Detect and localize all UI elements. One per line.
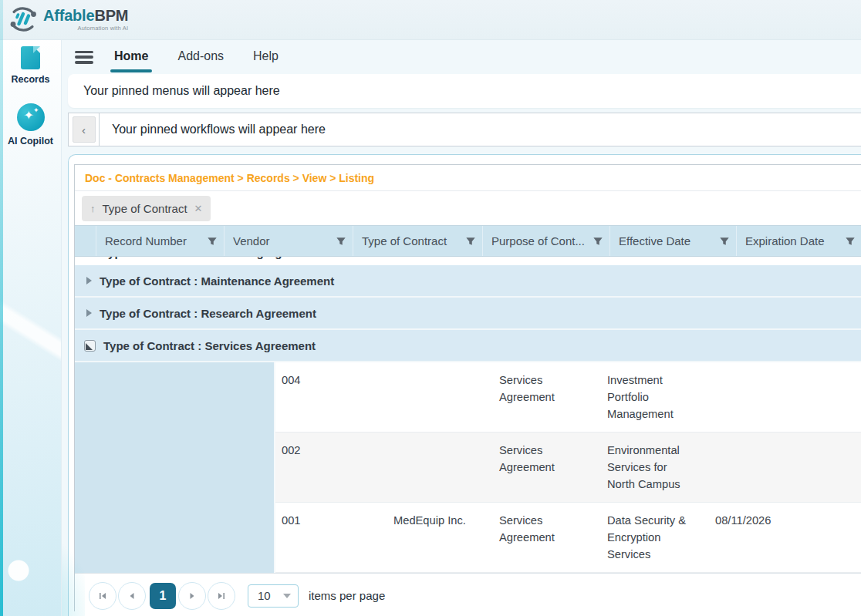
cell-purpose-of-contract: Environmental Services for North Campus	[601, 433, 709, 502]
group-row-research-agreement[interactable]: Type of Contract : Research Agreement	[75, 298, 861, 330]
sidebar-item-ai-copilot[interactable]: ✦✦ AI Copilot	[0, 103, 61, 146]
breadcrumb[interactable]: Doc - Contracts Management > Records > V…	[85, 172, 374, 184]
nav-tab-add-ons[interactable]: Add-ons	[175, 40, 226, 74]
table-body: 004 Services Agreement Investment Portfo…	[275, 362, 861, 573]
page-size-value: 10	[258, 589, 271, 602]
chevron-left-icon: ‹	[82, 123, 86, 136]
current-page-button[interactable]: 1	[150, 583, 176, 609]
column-header-type-of-contract[interactable]: Type of Contract	[353, 226, 482, 256]
cell-record-number: 004	[275, 362, 387, 432]
items-per-page-label: items per page	[309, 589, 385, 602]
expand-triangle-icon[interactable]	[86, 309, 92, 317]
collapse-group-icon[interactable]	[84, 340, 96, 352]
pinned-workflows-bar: ‹ Your pinned workflows will appear here	[68, 113, 861, 146]
group-spacer-header-cell	[75, 226, 96, 256]
cell-type-of-contract: Services Agreement	[493, 433, 601, 502]
ai-copilot-sparkles-icon: ✦✦	[17, 103, 45, 131]
column-header-vendor[interactable]: Vendor	[224, 226, 353, 256]
sidebar-item-records[interactable]: Records	[0, 46, 61, 85]
cell-purpose-of-contract: Investment Portfolio Management	[601, 362, 709, 432]
group-chip-label: Type of Contract	[103, 202, 187, 215]
cell-record-number: 002	[275, 433, 387, 502]
hamburger-menu-icon[interactable]	[75, 51, 93, 64]
sidebar: Records ✦✦ AI Copilot	[0, 40, 62, 616]
previous-page-button[interactable]	[118, 582, 146, 610]
cell-purpose-of-contract: Data Security & Encryption Services	[601, 503, 709, 572]
pinned-workflows-placeholder: Your pinned workflows will appear here	[100, 113, 326, 146]
filter-icon[interactable]	[465, 236, 476, 247]
cell-type-of-contract: Services Agreement	[493, 362, 601, 432]
group-row-maintenance-agreement[interactable]: Type of Contract : Maintenance Agreement	[75, 265, 861, 298]
brand-name: AffableBPM	[43, 8, 128, 23]
breadcrumb-row: Doc - Contracts Management > Records > V…	[75, 165, 861, 190]
last-page-icon	[217, 591, 226, 601]
records-document-icon	[21, 46, 40, 69]
records-listing-panel: Doc - Contracts Management > Records > V…	[74, 164, 861, 611]
group-chip-type-of-contract[interactable]: ↑ Type of Contract ✕	[82, 196, 211, 221]
expanded-group-body: 004 Services Agreement Investment Portfo…	[75, 362, 861, 573]
column-header-purpose-of-contract[interactable]: Purpose of Cont...	[482, 226, 609, 256]
next-page-button[interactable]	[178, 582, 206, 610]
sort-ascending-icon[interactable]: ↑	[90, 203, 96, 214]
nav-tab-help[interactable]: Help	[251, 40, 281, 74]
cell-effective-date	[709, 433, 817, 502]
expand-triangle-icon[interactable]	[86, 277, 92, 284]
left-edge-accent	[0, 0, 3, 616]
filter-icon[interactable]	[845, 236, 856, 247]
pagination-bar: 1 10 items per page	[75, 573, 861, 616]
table-header-row: Record Number Vendor Type of Contract Pu…	[75, 225, 861, 257]
main-content-card: Doc - Contracts Management > Records > V…	[68, 154, 861, 616]
first-page-icon	[98, 591, 107, 601]
nav-tab-home[interactable]: Home	[112, 40, 150, 74]
group-indent-column	[75, 362, 275, 573]
brand-tagline: Automation with AI	[78, 25, 129, 32]
cell-vendor: MedEquip Inc.	[387, 503, 493, 572]
column-header-effective-date[interactable]: Effective Date	[609, 226, 736, 256]
pinned-menus-placeholder: Your pinned menus will appear here	[83, 84, 280, 98]
cell-effective-date: 08/11/2026	[709, 503, 817, 572]
pinned-menus-bar: Your pinned menus will appear here	[68, 74, 861, 108]
previous-page-icon	[127, 591, 137, 601]
cell-expiration-date	[817, 503, 861, 572]
cell-vendor	[387, 433, 493, 502]
sidebar-item-label: Records	[11, 74, 49, 85]
logo-mark-icon	[8, 4, 39, 35]
page-size-dropdown[interactable]: 10	[248, 584, 299, 608]
table-row[interactable]: 002 Services Agreement Environmental Ser…	[275, 433, 861, 503]
table-row[interactable]: 004 Services Agreement Investment Portfo…	[275, 362, 861, 433]
remove-group-icon[interactable]: ✕	[194, 203, 203, 214]
app-logo[interactable]: AffableBPM Automation with AI	[0, 0, 861, 35]
last-page-button[interactable]	[208, 582, 235, 610]
filter-icon[interactable]	[719, 236, 730, 247]
filter-icon[interactable]	[336, 236, 346, 247]
column-header-expiration-date[interactable]: Expiration Date	[736, 226, 861, 256]
cell-record-number: 001	[275, 503, 387, 572]
top-brand-band: AffableBPM Automation with AI	[0, 0, 861, 40]
filter-icon[interactable]	[207, 236, 218, 247]
sidebar-item-label: AI Copilot	[8, 136, 53, 146]
cell-expiration-date	[817, 433, 861, 502]
cell-effective-date	[709, 362, 817, 432]
workflows-collapse-cell: ‹	[69, 113, 100, 146]
table-row[interactable]: 001 MedEquip Inc. Services Agreement Dat…	[275, 503, 861, 573]
filter-icon[interactable]	[593, 236, 603, 247]
group-row-clipped[interactable]: Type of Contract : Consulting Agreement	[75, 257, 861, 265]
workflows-collapse-button[interactable]: ‹	[73, 116, 96, 143]
group-row-services-agreement[interactable]: Type of Contract : Services Agreement	[75, 330, 861, 362]
cell-expiration-date	[817, 362, 861, 432]
top-navigation: Home Add-ons Help	[68, 40, 861, 74]
cell-vendor	[387, 362, 493, 432]
grouping-toolbar: ↑ Type of Contract ✕	[75, 190, 861, 225]
column-header-record-number[interactable]: Record Number	[96, 226, 224, 256]
chevron-down-icon	[283, 594, 291, 598]
app-window: AffableBPM Automation with AI Records ✦✦…	[0, 0, 861, 616]
first-page-button[interactable]	[89, 582, 116, 610]
cell-type-of-contract: Services Agreement	[493, 503, 601, 572]
next-page-icon	[187, 591, 197, 601]
